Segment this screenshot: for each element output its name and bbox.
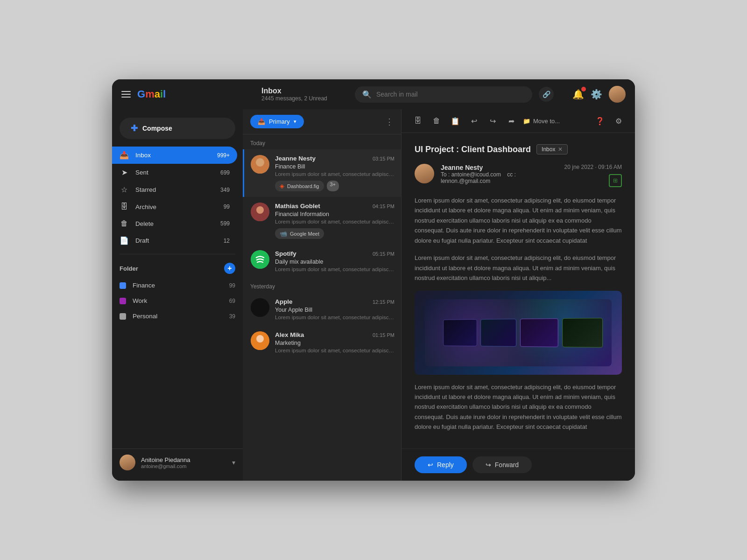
- compose-label: Compose: [142, 125, 172, 132]
- email-body-paragraph-2: Lorem ipsum dolor sit amet, consectetur …: [415, 253, 622, 283]
- sidebar-footer[interactable]: Anitoine Piedanna antoine@gmail.com ▾: [112, 448, 243, 476]
- svg-point-0: [256, 158, 264, 167]
- sidebar-item-personal[interactable]: Personal 39: [112, 308, 243, 324]
- mathias-sender: Mathias Goblet: [275, 203, 320, 210]
- cc-label: cc :: [507, 171, 516, 178]
- move-to-label: Move to...: [533, 118, 560, 125]
- spotify-sender: Spotify: [275, 250, 296, 257]
- sidebar-item-sent[interactable]: ➤ Sent 699: [112, 164, 237, 181]
- email-detail: 🗄 🗑 📋 ↩ ↪ ➦ 📁 Move to... ❓ ⚙ UI Project …: [402, 109, 635, 481]
- reply-all-toolbar-button[interactable]: ↩: [467, 114, 481, 128]
- sender-info: Jeanne Nesty To : antoine@icoud.com cc :…: [441, 164, 558, 184]
- email-date: 20 jne 2022 · 09:16 AM: [564, 164, 622, 170]
- primary-tab-label: Primary: [269, 118, 290, 125]
- sidebar-item-finance[interactable]: Finance 99: [112, 278, 243, 293]
- archive-count: 99: [224, 203, 230, 210]
- forward-button[interactable]: ↪ Forward: [472, 456, 532, 473]
- sidebar-item-delete[interactable]: 🗑 Delete 599: [112, 215, 237, 232]
- email-item-spotify[interactable]: Spotify 05:15 PM Daily mix available Lor…: [243, 245, 401, 278]
- reply-label: Reply: [437, 461, 454, 469]
- yesterday-label: Yesterday: [243, 278, 401, 293]
- email-item-alex[interactable]: Alex Mika 01:15 PM Marketing Lorem ipsum…: [243, 326, 401, 359]
- dashboard-fig-chip: ◈ Dashboard.fig: [275, 181, 324, 191]
- settings-toolbar-button[interactable]: ⚙: [612, 114, 626, 128]
- work-count: 69: [229, 298, 235, 304]
- email-body-spotify: Spotify 05:15 PM Daily mix available Lor…: [275, 250, 395, 272]
- search-input[interactable]: [376, 91, 525, 98]
- add-folder-button[interactable]: +: [224, 263, 235, 274]
- cc-address: lennon.@gmail.com: [441, 178, 490, 184]
- settings-button[interactable]: ⚙️: [591, 89, 602, 100]
- alex-sender: Alex Mika: [275, 331, 304, 338]
- email-body-apple: Apple 12:15 PM Your Apple Bill Lorem ips…: [275, 298, 395, 320]
- alex-time: 01:15 PM: [373, 332, 395, 338]
- email-item-jeanne[interactable]: Jeanne Nesty 03:15 PM Finance Bill Lorem…: [243, 149, 401, 197]
- primary-tab[interactable]: 📥 Primary ▾: [250, 115, 304, 128]
- jeanne-attachments: ◈ Dashboard.fig 3+: [275, 181, 395, 191]
- apple-preview: Lorem ipsum dolor sit amet, consectetur …: [275, 315, 395, 320]
- screen-1: [443, 319, 477, 346]
- search-bar[interactable]: 🔍: [355, 86, 532, 103]
- draft-icon: 📄: [120, 236, 129, 245]
- dashboard-screens: [439, 313, 608, 352]
- list-more-button[interactable]: ⋮: [385, 117, 394, 127]
- notification-badge: [581, 87, 586, 91]
- compose-plus-icon: ✚: [131, 123, 138, 133]
- save-email-button[interactable]: ⊞: [609, 174, 622, 187]
- header-center: 🔍 🔗: [355, 86, 563, 103]
- share-toolbar-button[interactable]: ➦: [504, 114, 518, 128]
- forward-label: Forward: [495, 461, 519, 469]
- gmail-m-icon: Gmail: [137, 88, 166, 100]
- email-meta-mathias: Mathias Goblet 04:15 PM: [275, 203, 395, 210]
- folder-icon: 📁: [523, 118, 530, 125]
- reply-button[interactable]: ↩ Reply: [415, 456, 467, 473]
- google-meet-chip: 📹 Google Meet: [275, 228, 324, 239]
- email-item-apple[interactable]: Apple 12:15 PM Your Apple Bill Lorem ips…: [243, 293, 401, 326]
- inbox-badge-close[interactable]: ✕: [558, 146, 563, 153]
- sidebar-item-archive[interactable]: 🗄 Archive 99: [112, 198, 237, 215]
- alex-avatar-svg: [251, 331, 269, 350]
- personal-label: Personal: [133, 313, 157, 320]
- sidebar-item-inbox[interactable]: 📥 Inbox 999+: [112, 147, 237, 164]
- email-attachment-image: [415, 291, 622, 375]
- email-item-mathias[interactable]: Mathias Goblet 04:15 PM Financial Inform…: [243, 197, 401, 245]
- inbox-tab-icon: 📥: [258, 118, 265, 125]
- email-meta-apple: Apple 12:15 PM: [275, 298, 395, 305]
- sidebar-item-work[interactable]: Work 69: [112, 293, 243, 308]
- delete-count: 599: [220, 220, 230, 227]
- notifications-button[interactable]: 🔔: [572, 89, 584, 100]
- email-avatar-alex: [251, 331, 269, 350]
- compose-button[interactable]: ✚ Compose: [120, 118, 235, 139]
- email-body-mathias: Mathias Goblet 04:15 PM Financial Inform…: [275, 203, 395, 239]
- svg-point-6: [251, 298, 269, 317]
- personal-count: 39: [229, 313, 235, 320]
- sidebar-item-draft[interactable]: 📄 Draft 12: [112, 232, 237, 249]
- to-address: antoine@icoud.com: [451, 171, 501, 178]
- delete-label: Delete: [135, 220, 214, 227]
- gmail-logo: Gmail: [137, 88, 166, 100]
- alex-preview: Lorem ipsum dolor sit amet, consectetur …: [275, 348, 395, 353]
- footer-user-name: Anitoine Piedanna: [141, 456, 226, 463]
- menu-button[interactable]: [121, 91, 131, 98]
- mathias-time: 04:15 PM: [373, 203, 395, 209]
- email-body-paragraph-3: Lorem ipsum dolor sit amet, consectetur …: [415, 382, 622, 432]
- attachment-count: 3+: [327, 181, 339, 191]
- apple-subject: Your Apple Bill: [275, 307, 395, 313]
- mark-toolbar-button[interactable]: 📋: [448, 114, 462, 128]
- personal-folder-icon: [120, 313, 126, 320]
- move-to-dropdown[interactable]: 📁 Move to...: [523, 118, 560, 125]
- link-icon[interactable]: 🔗: [539, 87, 554, 102]
- work-label: Work: [133, 297, 147, 304]
- archive-toolbar-button[interactable]: 🗄: [411, 114, 425, 128]
- forward-toolbar-button[interactable]: ↪: [486, 114, 500, 128]
- list-header: 📥 Primary ▾ ⋮: [243, 109, 401, 134]
- email-body-paragraph-1: Lorem ipsum dolor sit amet, consectetur …: [415, 196, 622, 245]
- help-toolbar-button[interactable]: ❓: [593, 114, 607, 128]
- delete-toolbar-button[interactable]: 🗑: [430, 114, 444, 128]
- user-avatar[interactable]: [609, 86, 626, 103]
- screen-3: [520, 318, 558, 347]
- inbox-label: Inbox: [135, 152, 211, 159]
- sidebar-item-starred[interactable]: ☆ Starred 349: [112, 181, 237, 198]
- search-icon: 🔍: [362, 90, 372, 99]
- detail-footer: ↩ Reply ↪ Forward: [402, 448, 635, 481]
